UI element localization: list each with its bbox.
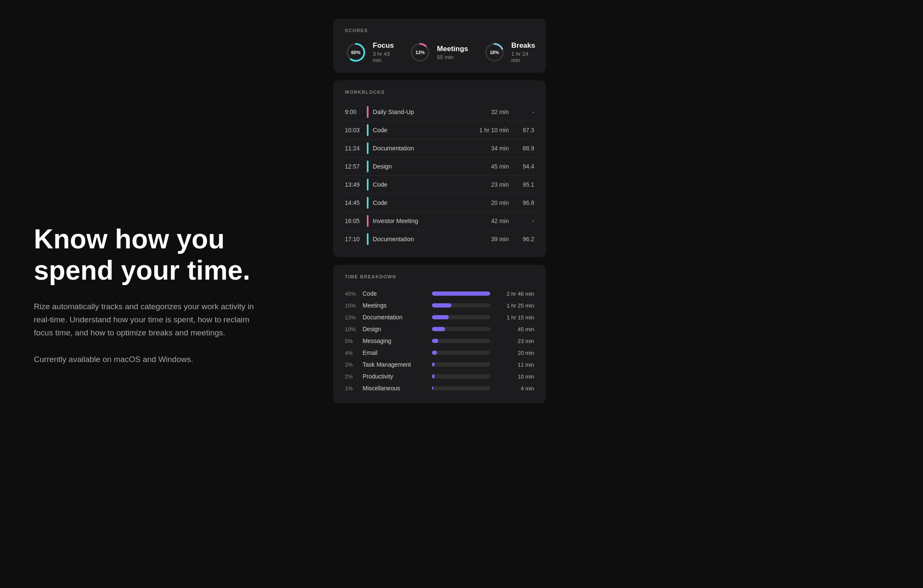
breakdown-list: 45% Code 2 hr 46 min 15% Meetings 1 hr 2… [345, 288, 534, 394]
br-bar-wrap [432, 315, 490, 319]
wb-duration: 42 min [462, 218, 509, 224]
workblocks-list: 9:00 Daily Stand-Up 32 min - 10:03 Code … [345, 103, 534, 248]
wb-dot [367, 197, 369, 209]
wb-name-cell: Documentation [367, 142, 462, 154]
wb-name-cell: Code [367, 197, 462, 209]
breakdown-card: TIME BREAKDOWN 45% Code 2 hr 46 min 15% … [333, 265, 546, 403]
breakdown-row: 2% Task Management 11 min [345, 359, 534, 370]
br-bar-wrap [432, 386, 490, 390]
workblock-row: 14:45 Code 20 min 96.8 [345, 194, 534, 212]
br-bar [432, 386, 433, 390]
workblock-row: 9:00 Daily Stand-Up 32 min - [345, 103, 534, 121]
wb-name: Code [373, 127, 388, 133]
wb-name: Code [373, 199, 388, 206]
wb-time: 9:00 [345, 109, 367, 115]
br-bar [432, 351, 437, 355]
score-time: 55 min [437, 54, 468, 60]
wb-score: 88.9 [509, 145, 534, 152]
wb-name-cell: Daily Stand-Up [367, 106, 462, 118]
br-time: 10 min [496, 373, 534, 380]
wb-score: 97.3 [509, 127, 534, 133]
breakdown-row: 10% Design 45 min [345, 323, 534, 335]
br-time: 11 min [496, 362, 534, 368]
breakdown-row: 15% Meetings 1 hr 25 min [345, 299, 534, 311]
breakdown-row: 1% Miscellaneous 4 min [345, 382, 534, 394]
br-pct: 15% [345, 302, 363, 309]
score-time: 1 hr 24 min [511, 51, 535, 63]
score-name: Meetings [437, 45, 468, 53]
br-pct: 45% [345, 291, 363, 297]
br-bar [432, 362, 434, 367]
br-bar [432, 374, 434, 378]
wb-score: 94.4 [509, 163, 534, 170]
br-time: 20 min [496, 350, 534, 356]
wb-name-cell: Documentation [367, 233, 462, 245]
hero-description: Rize automatically tracks and categorize… [34, 300, 270, 340]
br-time: 1 hr 25 min [496, 302, 534, 309]
score-pct: 12% [415, 50, 425, 55]
br-bar-wrap [432, 327, 490, 331]
wb-time: 11:24 [345, 145, 367, 152]
br-pct: 13% [345, 314, 363, 321]
breakdown-row: 2% Productivity 10 min [345, 370, 534, 382]
score-donut: 60% [345, 41, 367, 63]
scores-title: SCORES [345, 28, 534, 33]
br-bar [432, 303, 451, 308]
wb-duration: 32 min [462, 109, 509, 115]
br-time: 23 min [496, 338, 534, 344]
wb-duration: 1 hr 10 min [462, 127, 509, 133]
br-label: Documentation [363, 314, 426, 321]
br-bar [432, 291, 490, 296]
wb-time: 12:57 [345, 163, 367, 170]
wb-name: Documentation [373, 145, 414, 152]
workblock-row: 17:10 Documentation 39 min 96.2 [345, 230, 534, 248]
wb-duration: 45 min [462, 163, 509, 170]
score-pct: 18% [490, 50, 499, 55]
breakdown-row: 5% Messaging 23 min [345, 335, 534, 347]
wb-duration: 34 min [462, 145, 509, 152]
score-info: Breaks 1 hr 24 min [511, 41, 535, 63]
br-bar-wrap [432, 291, 490, 296]
br-pct: 5% [345, 338, 363, 344]
score-info: Meetings 55 min [437, 45, 468, 60]
score-name: Focus [373, 41, 394, 50]
wb-dot [367, 161, 369, 172]
br-bar-wrap [432, 339, 490, 343]
scores-row: 60% Focus 3 hr 43 min 12% Meetings 55 mi… [345, 41, 534, 63]
wb-name: Daily Stand-Up [373, 109, 414, 115]
br-label: Productivity [363, 373, 426, 380]
br-time: 1 hr 15 min [496, 314, 534, 321]
score-pct: 60% [351, 50, 360, 55]
br-bar [432, 315, 449, 319]
workblock-row: 10:03 Code 1 hr 10 min 97.3 [345, 121, 534, 139]
wb-name-cell: Code [367, 179, 462, 191]
br-label: Task Management [363, 361, 426, 368]
wb-time: 14:45 [345, 199, 367, 206]
br-label: Design [363, 326, 426, 332]
br-label: Messaging [363, 338, 426, 344]
score-item: 12% Meetings 55 min [409, 41, 468, 63]
br-time: 45 min [496, 326, 534, 332]
wb-score: 96.8 [509, 199, 534, 206]
scores-card: SCORES 60% Focus 3 hr 43 min 12% [333, 19, 546, 73]
br-pct: 1% [345, 385, 363, 392]
workblocks-card: WORKBLOCKS 9:00 Daily Stand-Up 32 min - … [333, 80, 546, 257]
wb-time: 17:10 [345, 236, 367, 242]
breakdown-row: 4% Email 20 min [345, 347, 534, 359]
wb-duration: 39 min [462, 236, 509, 242]
score-info: Focus 3 hr 43 min [373, 41, 394, 63]
wb-name-cell: Design [367, 161, 462, 172]
wb-dot [367, 179, 369, 191]
wb-score: - [509, 218, 534, 224]
wb-dot [367, 106, 369, 118]
workblocks-title: WORKBLOCKS [345, 90, 534, 95]
wb-name: Documentation [373, 236, 414, 242]
wb-dot [367, 124, 369, 136]
workblock-row: 11:24 Documentation 34 min 88.9 [345, 139, 534, 158]
score-item: 18% Breaks 1 hr 24 min [483, 41, 535, 63]
wb-time: 10:03 [345, 127, 367, 133]
wb-score: 95.1 [509, 181, 534, 188]
wb-name: Design [373, 163, 392, 170]
wb-score: - [509, 109, 534, 115]
br-bar-wrap [432, 374, 490, 378]
